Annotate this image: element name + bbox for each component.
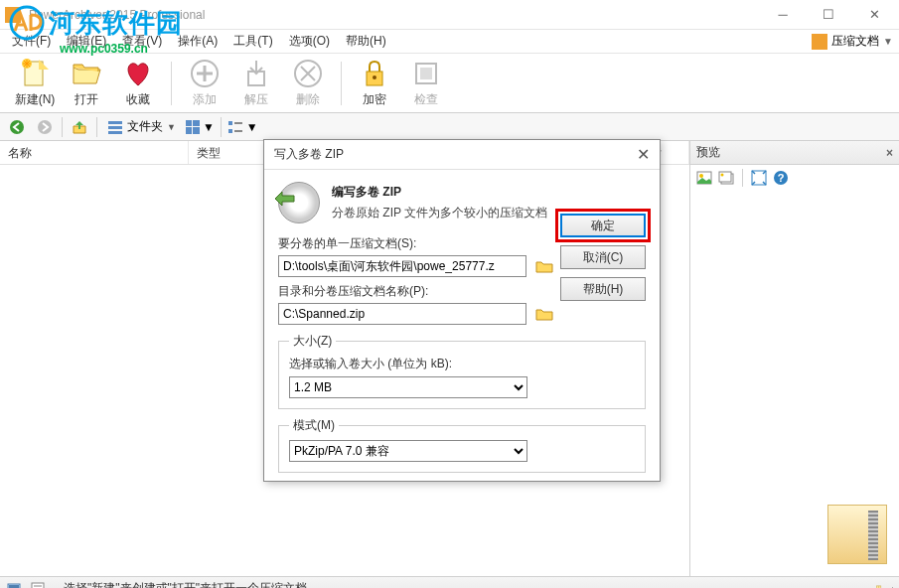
svg-rect-14 — [108, 126, 122, 129]
dest-input[interactable] — [278, 303, 526, 325]
svg-rect-29 — [9, 585, 19, 588]
images-icon[interactable] — [718, 170, 734, 186]
delete-label: 删除 — [296, 91, 320, 108]
svg-rect-16 — [228, 121, 232, 125]
size-combo[interactable]: 1.2 MB — [289, 376, 527, 398]
svg-rect-13 — [108, 121, 122, 124]
help-button[interactable]: 帮助(H) — [560, 277, 646, 301]
view-mode-dropdown[interactable]: ▼ — [186, 120, 215, 134]
preview-header: 预览 × — [690, 141, 899, 165]
menu-actions[interactable]: 操作(A) — [172, 31, 224, 52]
dialog-close-button[interactable]: ✕ — [637, 145, 650, 164]
mode-fieldset: 模式(M) PkZip/PA 7.0 兼容 — [278, 417, 646, 473]
chevron-down-icon: ▼ — [167, 122, 176, 132]
preview-toolbar: ? — [690, 165, 899, 191]
mode-legend: 模式(M) — [289, 417, 339, 434]
help-icon[interactable]: ? — [773, 170, 789, 186]
open-button[interactable]: 打开 — [62, 57, 111, 110]
close-window-button[interactable]: ✕ — [860, 5, 888, 25]
archive-dropdown-label[interactable]: 压缩文档 — [831, 33, 879, 50]
status-icon — [6, 581, 22, 589]
folder-icon — [535, 307, 553, 321]
separator — [62, 117, 63, 137]
svg-rect-19 — [234, 130, 242, 132]
preview-body — [690, 191, 899, 576]
status-icon-2 — [30, 581, 46, 589]
view-details-dropdown[interactable]: ▼ — [227, 119, 258, 135]
add-label: 添加 — [193, 91, 217, 108]
size-label: 选择或输入卷大小 (单位为 kB): — [289, 356, 635, 372]
up-button[interactable] — [69, 116, 90, 138]
svg-point-8 — [373, 75, 376, 79]
svg-rect-10 — [420, 68, 432, 79]
dialog-header-title: 编写多卷 ZIP — [332, 184, 547, 201]
maximize-button[interactable]: ☐ — [815, 5, 842, 25]
details-icon — [227, 119, 243, 135]
back-button[interactable] — [6, 116, 28, 138]
menubar: 文件(F) 编辑(E) 查看(V) 操作(A) 工具(T) 选项(O) 帮助(H… — [0, 30, 899, 54]
heart-icon — [122, 58, 154, 89]
ok-button[interactable]: 确定 — [560, 214, 646, 237]
open-label: 打开 — [75, 91, 98, 108]
extract-icon — [240, 58, 272, 89]
source-input[interactable] — [278, 255, 526, 277]
folder-icon — [535, 259, 553, 273]
chevron-down-icon: ▼ — [246, 120, 258, 134]
dialog-header-subtitle: 分卷原始 ZIP 文件为多个较小的压缩文档 — [332, 205, 547, 221]
check-icon — [410, 58, 442, 89]
window-title: PowerArchiver 2015 Professional — [29, 8, 769, 22]
list-icon — [107, 119, 123, 135]
browse-source-button[interactable] — [532, 255, 556, 277]
menu-options[interactable]: 选项(O) — [283, 31, 336, 52]
folder-label: 文件夹 — [127, 118, 163, 135]
menu-edit[interactable]: 编辑(E) — [61, 31, 112, 52]
status-bar: 选择"新建"来创建或"打开"来打开一个压缩文档。 — [0, 576, 899, 588]
chevron-down-icon[interactable]: ▼ — [883, 36, 893, 47]
column-type[interactable]: 类型 — [189, 141, 268, 164]
browse-dest-button[interactable] — [532, 303, 556, 325]
toolbar-separator — [341, 62, 342, 105]
status-text: 选择"新建"来创建或"打开"来打开一个压缩文档。 — [64, 580, 319, 588]
add-button[interactable]: 添加 — [180, 57, 229, 110]
view-folder-dropdown[interactable]: 文件夹 ▼ — [103, 118, 180, 135]
navigation-bar: 文件夹 ▼ ▼ ▼ — [0, 113, 899, 141]
image-icon[interactable] — [696, 170, 712, 186]
preview-close-button[interactable]: × — [886, 146, 893, 160]
separator — [96, 117, 97, 137]
column-name[interactable]: 名称 — [0, 141, 189, 164]
plus-icon — [189, 58, 221, 89]
delete-icon — [292, 58, 324, 89]
minimize-button[interactable]: ─ — [769, 5, 797, 25]
menu-file[interactable]: 文件(F) — [6, 31, 57, 52]
new-icon — [19, 58, 51, 89]
forward-button[interactable] — [34, 116, 56, 138]
cancel-button[interactable]: 取消(C) — [560, 245, 646, 269]
svg-point-11 — [10, 120, 24, 134]
dialog-titlebar: 写入多卷 ZIP ✕ — [264, 140, 660, 170]
svg-point-12 — [38, 120, 52, 134]
svg-point-21 — [699, 174, 703, 178]
extract-button[interactable]: 解压 — [231, 57, 281, 110]
svg-rect-15 — [108, 131, 122, 134]
svg-text:?: ? — [778, 172, 785, 184]
favorites-button[interactable]: 收藏 — [113, 57, 163, 110]
app-icon — [5, 7, 21, 23]
check-button[interactable]: 检查 — [401, 57, 451, 110]
mode-combo[interactable]: PkZip/PA 7.0 兼容 — [289, 440, 527, 462]
menu-tools[interactable]: 工具(T) — [227, 31, 278, 52]
new-button[interactable]: 新建(N) — [10, 57, 60, 110]
svg-marker-2 — [39, 60, 49, 70]
preview-panel: 预览 × ? — [690, 141, 899, 576]
svg-rect-23 — [719, 172, 731, 182]
menu-view[interactable]: 查看(V) — [116, 31, 168, 52]
resize-grip[interactable] — [888, 583, 893, 589]
menu-help[interactable]: 帮助(H) — [340, 31, 392, 52]
delete-button[interactable]: 删除 — [283, 57, 333, 110]
check-label: 检查 — [414, 91, 438, 108]
archive-preview-icon — [827, 505, 887, 564]
separator — [742, 169, 743, 187]
window-titlebar: PowerArchiver 2015 Professional ─ ☐ ✕ — [0, 0, 899, 30]
expand-icon[interactable] — [751, 170, 767, 186]
open-icon — [71, 58, 102, 89]
encrypt-button[interactable]: 加密 — [350, 57, 399, 110]
